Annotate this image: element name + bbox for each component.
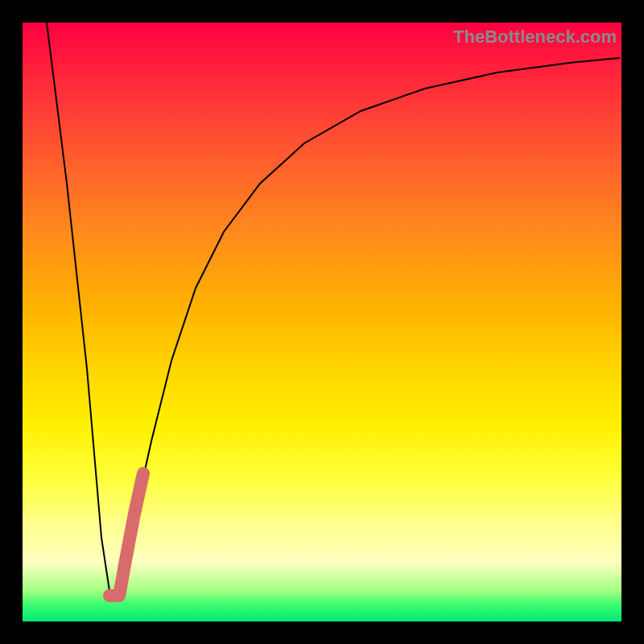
watermark-text: TheBottleneck.com <box>453 27 617 47</box>
chart-frame: TheBottleneck.com <box>0 0 644 644</box>
highlight-segment <box>109 473 143 596</box>
curve-layer <box>23 23 621 621</box>
plot-area: TheBottleneck.com <box>23 23 621 621</box>
